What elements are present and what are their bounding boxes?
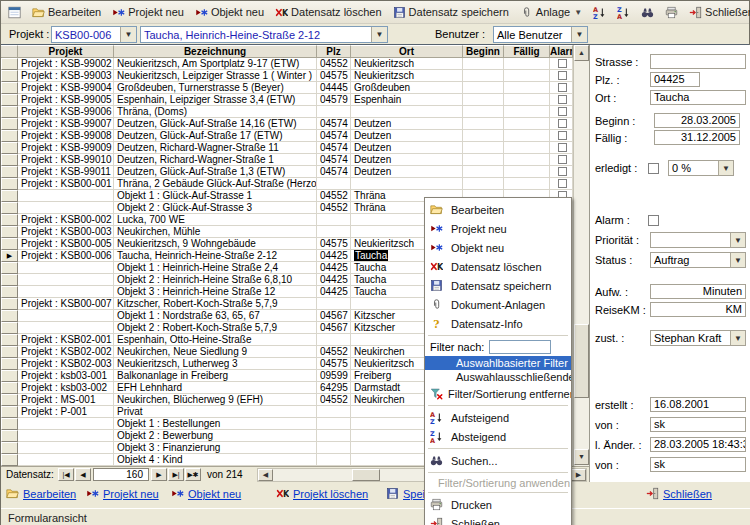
alarm-checkbox[interactable]: [558, 71, 567, 80]
toolbar-button-sort-desc-icon[interactable]: ZA: [613, 4, 634, 21]
record-selector[interactable]: [1, 262, 18, 274]
cell-plz[interactable]: [317, 430, 351, 442]
cell-projekt[interactable]: Projekt : KSB02-003: [18, 358, 114, 370]
cell-bezeichnung[interactable]: Objekt 2 : Heinrich-Heine Straße 6,8,10: [114, 274, 317, 286]
toolbar-button-printer-icon[interactable]: [661, 4, 682, 21]
cell-bezeichnung[interactable]: Privat: [114, 406, 317, 418]
chevron-down-icon[interactable]: ▼: [718, 161, 733, 175]
cell-ort[interactable]: Neukieritzsch: [351, 70, 463, 82]
cell-plz[interactable]: 04574: [317, 154, 351, 166]
cell-bezeichnung[interactable]: Objekt 1 : Glück-Auf-Strasse 1: [114, 190, 317, 202]
cell-faellig[interactable]: [504, 94, 550, 106]
reisekm-field[interactable]: KM: [650, 302, 746, 317]
toolbar-button-datensatz-löschen[interactable]: KDatensatz löschen: [271, 4, 386, 21]
cell-faellig[interactable]: [504, 106, 550, 118]
beginn-field[interactable]: 28.03.2005: [654, 113, 740, 128]
cell-projekt[interactable]: Projekt : KSB02-002: [18, 346, 114, 358]
record-selector[interactable]: [1, 70, 18, 82]
record-selector[interactable]: [1, 418, 18, 430]
record-selector[interactable]: [1, 58, 18, 70]
cell-projekt[interactable]: Projekt : KSB-99002: [18, 58, 114, 70]
cell-beginn[interactable]: [463, 142, 504, 154]
cell-projekt[interactable]: Projekt : KSB00-002: [18, 214, 114, 226]
aufwand-field[interactable]: Minuten: [650, 284, 746, 299]
cell-projekt[interactable]: Projekt : KSB02-001: [18, 334, 114, 346]
menu-item-projekt-neu[interactable]: Projekt neu: [425, 219, 571, 238]
scroll-left-button[interactable]: ◀: [258, 469, 273, 481]
cell-alarm[interactable]: [550, 106, 573, 118]
cell-plz[interactable]: [317, 406, 351, 418]
cell-alarm[interactable]: [550, 142, 573, 154]
cell-projekt[interactable]: Projekt : KSB-99009: [18, 142, 114, 154]
cell-bezeichnung[interactable]: Espenhain, Otto-Heine-Straße: [114, 334, 317, 346]
toolbar-button-sort-asc-icon[interactable]: AZ: [589, 4, 610, 21]
column-header-bezeichnung[interactable]: Bezeichnung: [114, 45, 317, 58]
chevron-down-icon[interactable]: ▼: [120, 27, 136, 42]
menu-item-suchen[interactable]: Suchen...: [425, 451, 571, 470]
cell-alarm[interactable]: [550, 58, 573, 70]
record-selector[interactable]: [1, 406, 18, 418]
cell-beginn[interactable]: [463, 154, 504, 166]
alarm-checkbox[interactable]: [558, 59, 567, 68]
cell-projekt[interactable]: [18, 262, 114, 274]
cell-projekt[interactable]: Projekt : KSB00-007: [18, 298, 114, 310]
menu-item-aufsteigend[interactable]: AZAufsteigend: [425, 408, 571, 427]
cell-bezeichnung[interactable]: Balkonanlage in Freiberg: [114, 370, 317, 382]
alarm-checkbox[interactable]: [558, 83, 567, 92]
toolbar-button-objekt-neu[interactable]: Objekt neu: [191, 4, 268, 21]
cell-bezeichnung[interactable]: Espenhain, Leipziger Strasse 3,4 (ETW): [114, 94, 317, 106]
cell-plz[interactable]: 04552: [317, 190, 351, 202]
cell-beginn[interactable]: [463, 130, 504, 142]
cell-projekt[interactable]: [18, 286, 114, 298]
cell-projekt[interactable]: Projekt : KSB00-003: [18, 226, 114, 238]
link-objekt-neu[interactable]: Objekt neu: [171, 487, 241, 500]
menu-item-auswahlausschließender-filter[interactable]: Auswahlausschließender Filter: [425, 370, 571, 384]
cell-plz[interactable]: [317, 454, 351, 466]
cell-beginn[interactable]: [463, 58, 504, 70]
record-selector[interactable]: [1, 94, 18, 106]
cell-plz[interactable]: [317, 334, 351, 346]
erstellt-field[interactable]: 16.08.2001: [650, 397, 746, 412]
alarm-checkbox[interactable]: [558, 119, 567, 128]
alarm-checkbox[interactable]: [648, 215, 659, 226]
aenderung-von-field[interactable]: sk: [650, 457, 746, 472]
cell-ort[interactable]: Neukieritzsch: [351, 58, 463, 70]
strasse-field[interactable]: [650, 54, 746, 69]
cell-bezeichnung[interactable]: Thräna, (Doms): [114, 106, 317, 118]
cell-bezeichnung[interactable]: EFH Lehnhard: [114, 382, 317, 394]
menu-item-datensatz-löschen[interactable]: KDatensatz löschen: [425, 257, 571, 276]
projekt-combobox[interactable]: KSB00-006 ▼: [51, 26, 137, 43]
record-selector[interactable]: [1, 346, 18, 358]
record-selector[interactable]: [1, 190, 18, 202]
chevron-down-icon[interactable]: ▼: [371, 27, 387, 42]
chevron-down-icon[interactable]: ▼: [571, 27, 587, 42]
record-selector[interactable]: [1, 454, 18, 466]
cell-alarm[interactable]: [550, 82, 573, 94]
cell-bezeichnung[interactable]: Taucha, Heinrich-Heine-Straße 2-12: [114, 250, 317, 262]
alarm-checkbox[interactable]: [558, 107, 567, 116]
record-selector[interactable]: [1, 238, 18, 250]
menu-item-auswahlbasierter-filter[interactable]: Auswahlbasierter Filter: [425, 356, 571, 370]
cell-plz[interactable]: 04425: [317, 262, 351, 274]
cell-bezeichnung[interactable]: Objekt 1 : Heinrich-Heine Straße 2,4: [114, 262, 317, 274]
cell-projekt[interactable]: Projekt : KSB-99011: [18, 166, 114, 178]
link-bearbeiten[interactable]: Bearbeiten: [6, 487, 76, 500]
cell-faellig[interactable]: [504, 142, 550, 154]
cell-projekt[interactable]: Projekt : KSB-99007: [18, 118, 114, 130]
column-header-fällig[interactable]: Fällig: [504, 45, 550, 58]
record-selector[interactable]: [1, 430, 18, 442]
first-record-button[interactable]: |◀: [58, 468, 74, 481]
toolbar-button-form-icon[interactable]: [4, 4, 25, 21]
cell-plz[interactable]: 04445: [317, 82, 351, 94]
cell-ort[interactable]: [351, 106, 463, 118]
cell-projekt[interactable]: Projekt : KSB00-001: [18, 178, 114, 190]
column-header-beginn[interactable]: Beginn: [463, 45, 504, 58]
toolbar-button-datensatz-speichern[interactable]: Datensatz speichern: [389, 4, 513, 21]
chevron-down-icon[interactable]: ▼: [730, 253, 745, 267]
menu-item-dokument-anlagen[interactable]: Dokument-Anlagen: [425, 295, 571, 314]
record-selector[interactable]: [1, 214, 18, 226]
record-selector[interactable]: [1, 334, 18, 346]
menu-item-schließen[interactable]: Schließen: [425, 514, 571, 525]
toolbar-button-binoculars-icon[interactable]: [637, 4, 658, 21]
record-selector[interactable]: [1, 226, 18, 238]
